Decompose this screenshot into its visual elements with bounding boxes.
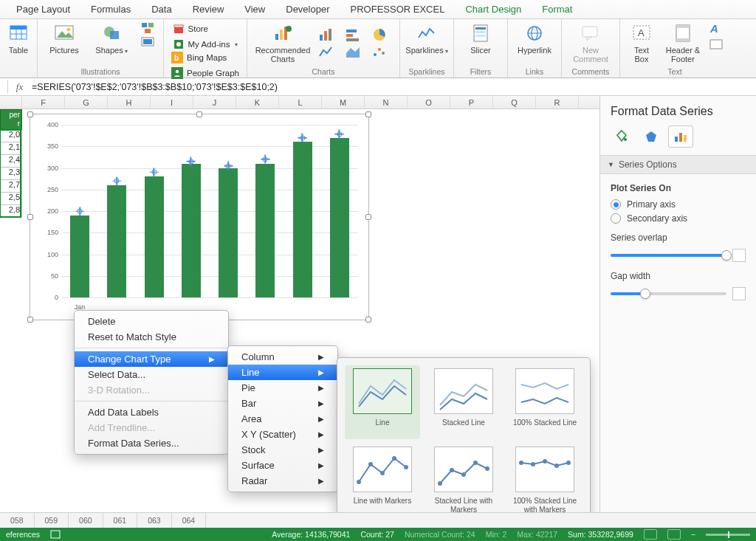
store-button[interactable]: Store — [171, 22, 210, 35]
line-subtype-item[interactable]: Line — [345, 365, 420, 439]
zoom-out-icon[interactable]: − — [691, 530, 695, 539]
menu-item[interactable]: Reset to Match Style — [75, 329, 228, 345]
myaddins-button[interactable]: My Add-ins▾ — [171, 38, 240, 51]
smartart-icon[interactable] — [141, 22, 154, 34]
sheet-tab[interactable]: 059 — [35, 513, 69, 528]
col-header[interactable]: L — [279, 96, 322, 108]
chart-type-item[interactable]: Line▶ — [228, 365, 337, 380]
col-header[interactable]: F — [22, 96, 65, 108]
area-chart-icon[interactable] — [345, 44, 361, 59]
col-header[interactable]: K — [236, 96, 279, 108]
worksheet[interactable]: F G H I J K L M N O P Q R perr 2,0 2,1 2… — [0, 96, 599, 512]
menu-item[interactable]: Select Data... — [75, 367, 228, 382]
slicer-button[interactable]: Slicer — [460, 22, 501, 55]
sparklines-button[interactable]: Sparklines▾ — [406, 22, 447, 55]
tab-data[interactable]: Data — [141, 1, 182, 18]
col-header[interactable]: P — [450, 96, 493, 108]
secondary-axis-radio[interactable]: Secondary axis — [611, 213, 746, 224]
table-button[interactable]: Table — [6, 22, 31, 55]
cell[interactable]: 2,0 — [0, 130, 22, 142]
col-header[interactable]: G — [65, 96, 108, 108]
status-prefs[interactable]: eferences — [6, 530, 40, 539]
scatter-chart-icon[interactable] — [371, 44, 388, 59]
shapes-button[interactable]: Shapes▾ — [91, 22, 132, 55]
accessibility-icon[interactable] — [50, 530, 61, 539]
text-box-button[interactable]: A Text Box — [626, 22, 657, 63]
col-header[interactable]: N — [365, 96, 408, 108]
menu-item[interactable]: Delete — [75, 314, 228, 329]
screenshot-icon[interactable] — [141, 35, 154, 47]
chart-type-item[interactable]: Surface▶ — [228, 458, 337, 473]
cell[interactable]: 2,4 — [0, 155, 22, 168]
sheet-tab[interactable]: 063 — [137, 513, 172, 528]
object-icon[interactable] — [709, 38, 724, 50]
tab-chart-design[interactable]: Chart Design — [455, 1, 532, 18]
menu-item[interactable]: Format Data Series... — [75, 435, 228, 451]
pictures-button[interactable]: Pictures — [44, 22, 85, 55]
pie-chart-icon[interactable] — [371, 27, 388, 42]
panel-tab-fill[interactable] — [609, 125, 634, 148]
zoom-slider[interactable] — [706, 534, 750, 536]
sheet-tab[interactable]: 058 — [0, 513, 35, 528]
series-options-header[interactable]: ▼Series Options — [600, 155, 756, 174]
chart-type-item[interactable]: X Y (Scatter)▶ — [228, 427, 337, 442]
line-subtype-item[interactable]: 100% Stacked Line — [510, 368, 580, 436]
tab-review[interactable]: Review — [182, 1, 235, 18]
bing-maps-button[interactable]: bBing Maps — [170, 51, 228, 64]
sheet-tab[interactable]: 060 — [69, 513, 103, 528]
cell[interactable]: 2,8 — [0, 205, 22, 218]
embedded-chart[interactable]: 050100150200250300350400Jan — [30, 114, 369, 320]
line-subtype-item[interactable]: Line with Markers — [348, 447, 417, 512]
chart-type-item[interactable]: Column▶ — [228, 349, 337, 365]
hyperlink-button[interactable]: Hyperlink — [514, 22, 555, 55]
view-normal-icon[interactable] — [644, 529, 657, 540]
column-chart-icon[interactable] — [318, 27, 334, 42]
gap-width-value[interactable] — [732, 287, 746, 300]
tab-professor-excel[interactable]: PROFESSOR EXCEL — [340, 1, 456, 18]
wordart-icon[interactable]: A — [709, 22, 724, 35]
panel-tab-effects[interactable] — [639, 125, 664, 148]
chart-type-item[interactable]: Stock▶ — [228, 442, 337, 458]
tab-format[interactable]: Format — [532, 1, 583, 18]
gap-width-slider[interactable] — [611, 292, 726, 295]
bar-chart-icon[interactable] — [345, 27, 361, 42]
new-comment-button[interactable]: New Comment — [568, 22, 614, 63]
cell[interactable]: 2,5 — [0, 193, 22, 205]
chart-type-item[interactable]: Radar▶ — [228, 473, 337, 489]
cell[interactable]: 2,1 — [0, 142, 22, 155]
line-subtype-item[interactable]: 100% Stacked Line with Markers — [510, 447, 580, 512]
col-header[interactable]: O — [408, 96, 450, 108]
chart-type-item[interactable]: Pie▶ — [228, 380, 337, 396]
chart-type-item[interactable]: Bar▶ — [228, 396, 337, 411]
line-subtype-item[interactable]: Stacked Line — [429, 368, 498, 436]
col-header[interactable]: J — [193, 96, 236, 108]
menu-item[interactable]: Add Data Labels — [75, 404, 228, 420]
primary-axis-radio[interactable]: Primary axis — [611, 199, 746, 210]
line-chart-icon[interactable] — [318, 44, 334, 59]
recommended-charts-button[interactable]: Recommended Charts — [253, 22, 312, 63]
line-subtype-item[interactable]: Stacked Line with Markers — [429, 447, 498, 512]
sheet-tab[interactable]: 064 — [172, 513, 207, 528]
col-header[interactable]: Q — [493, 96, 536, 108]
header-footer-button[interactable]: Header & Footer — [663, 22, 703, 63]
col-header[interactable]: H — [108, 96, 151, 108]
panel-tab-series[interactable] — [668, 125, 693, 148]
col-header[interactable]: R — [536, 96, 579, 108]
formula-input[interactable] — [29, 82, 756, 92]
fx-icon[interactable]: fx — [11, 81, 29, 93]
col-header[interactable]: I — [151, 96, 193, 108]
series-overlap-value[interactable] — [732, 249, 746, 262]
series-overlap-slider[interactable] — [611, 254, 726, 257]
view-pagelayout-icon[interactable] — [667, 529, 681, 540]
tab-formulas[interactable]: Formulas — [80, 1, 141, 18]
cell[interactable]: 2,3 — [0, 168, 22, 180]
menu-item[interactable]: Change Chart Type▶ — [75, 351, 228, 367]
tab-view[interactable]: View — [234, 1, 275, 18]
cell[interactable]: 2,7 — [0, 180, 22, 193]
people-graph-button[interactable]: People Graph — [170, 66, 241, 80]
tab-developer[interactable]: Developer — [275, 1, 340, 18]
col-header[interactable]: M — [322, 96, 365, 108]
chart-type-item[interactable]: Area▶ — [228, 411, 337, 427]
tab-pagelayout[interactable]: Page Layout — [6, 1, 80, 18]
sheet-tab[interactable]: 061 — [103, 513, 138, 528]
